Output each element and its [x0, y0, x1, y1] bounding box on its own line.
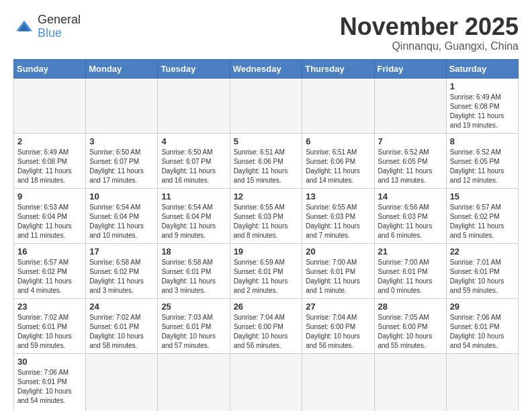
- day-info: Sunrise: 6:50 AM Sunset: 6:07 PM Dayligh…: [161, 148, 226, 185]
- header-tuesday: Tuesday: [158, 59, 230, 78]
- day-cell: 29Sunrise: 7:06 AM Sunset: 6:01 PM Dayli…: [446, 298, 518, 353]
- header-wednesday: Wednesday: [230, 59, 302, 78]
- day-cell: 6Sunrise: 6:51 AM Sunset: 6:06 PM Daylig…: [302, 133, 374, 188]
- day-number: 27: [306, 302, 370, 312]
- day-cell: [230, 78, 302, 133]
- day-cell: 15Sunrise: 6:57 AM Sunset: 6:02 PM Dayli…: [446, 188, 518, 243]
- day-cell: 16Sunrise: 6:57 AM Sunset: 6:02 PM Dayli…: [14, 243, 86, 298]
- day-info: Sunrise: 7:04 AM Sunset: 6:00 PM Dayligh…: [306, 313, 370, 351]
- day-number: 8: [450, 136, 515, 146]
- week-row-1: 1Sunrise: 6:49 AM Sunset: 6:08 PM Daylig…: [14, 78, 519, 133]
- day-number: 15: [450, 191, 515, 201]
- day-info: Sunrise: 7:06 AM Sunset: 6:01 PM Dayligh…: [17, 368, 82, 406]
- day-cell: [14, 78, 86, 133]
- day-info: Sunrise: 7:05 AM Sunset: 6:00 PM Dayligh…: [378, 313, 443, 351]
- day-info: Sunrise: 6:50 AM Sunset: 6:07 PM Dayligh…: [89, 148, 154, 185]
- day-number: 12: [234, 191, 299, 201]
- day-number: 26: [234, 302, 299, 312]
- day-number: 4: [161, 136, 226, 146]
- day-number: 9: [17, 191, 82, 201]
- day-info: Sunrise: 6:55 AM Sunset: 6:03 PM Dayligh…: [234, 203, 299, 240]
- day-cell: 26Sunrise: 7:04 AM Sunset: 6:00 PM Dayli…: [230, 298, 302, 353]
- day-info: Sunrise: 6:58 AM Sunset: 6:01 PM Dayligh…: [161, 258, 226, 295]
- day-cell: 3Sunrise: 6:50 AM Sunset: 6:07 PM Daylig…: [86, 133, 158, 188]
- day-cell: [374, 78, 446, 133]
- day-cell: 13Sunrise: 6:55 AM Sunset: 6:03 PM Dayli…: [302, 188, 374, 243]
- week-row-2: 2Sunrise: 6:49 AM Sunset: 6:08 PM Daylig…: [14, 133, 519, 188]
- calendar-table: SundayMondayTuesdayWednesdayThursdayFrid…: [13, 59, 519, 411]
- day-cell: 24Sunrise: 7:02 AM Sunset: 6:01 PM Dayli…: [86, 298, 158, 353]
- day-info: Sunrise: 7:04 AM Sunset: 6:00 PM Dayligh…: [234, 313, 299, 351]
- day-cell: 18Sunrise: 6:58 AM Sunset: 6:01 PM Dayli…: [158, 243, 230, 298]
- day-number: 3: [89, 136, 154, 146]
- day-info: Sunrise: 6:52 AM Sunset: 6:05 PM Dayligh…: [378, 148, 443, 185]
- day-cell: 25Sunrise: 7:03 AM Sunset: 6:01 PM Dayli…: [158, 298, 230, 353]
- day-number: 10: [89, 191, 154, 201]
- day-number: 11: [161, 191, 226, 201]
- day-number: 28: [378, 302, 443, 312]
- day-info: Sunrise: 7:02 AM Sunset: 6:01 PM Dayligh…: [89, 313, 154, 351]
- day-cell: 1Sunrise: 6:49 AM Sunset: 6:08 PM Daylig…: [446, 78, 518, 133]
- day-cell: 5Sunrise: 6:51 AM Sunset: 6:06 PM Daylig…: [230, 133, 302, 188]
- day-number: 29: [450, 302, 515, 312]
- header-sunday: Sunday: [14, 59, 86, 78]
- day-cell: 8Sunrise: 6:52 AM Sunset: 6:05 PM Daylig…: [446, 133, 518, 188]
- day-info: Sunrise: 6:57 AM Sunset: 6:02 PM Dayligh…: [17, 258, 82, 295]
- day-info: Sunrise: 6:51 AM Sunset: 6:06 PM Dayligh…: [234, 148, 299, 185]
- day-number: 22: [450, 246, 515, 257]
- day-cell: 23Sunrise: 7:02 AM Sunset: 6:01 PM Dayli…: [14, 298, 86, 353]
- day-number: 1: [450, 81, 515, 91]
- day-cell: 14Sunrise: 6:56 AM Sunset: 6:03 PM Dayli…: [374, 188, 446, 243]
- day-number: 2: [17, 136, 82, 146]
- day-cell: 30Sunrise: 7:06 AM Sunset: 6:01 PM Dayli…: [14, 353, 86, 411]
- day-cell: 10Sunrise: 6:54 AM Sunset: 6:04 PM Dayli…: [86, 188, 158, 243]
- day-info: Sunrise: 6:56 AM Sunset: 6:03 PM Dayligh…: [378, 203, 443, 240]
- week-row-6: 30Sunrise: 7:06 AM Sunset: 6:01 PM Dayli…: [14, 353, 519, 411]
- header-monday: Monday: [86, 59, 158, 78]
- header-friday: Friday: [374, 59, 446, 78]
- day-info: Sunrise: 6:54 AM Sunset: 6:04 PM Dayligh…: [89, 203, 154, 240]
- day-cell: 4Sunrise: 6:50 AM Sunset: 6:07 PM Daylig…: [158, 133, 230, 188]
- week-row-3: 9Sunrise: 6:53 AM Sunset: 6:04 PM Daylig…: [14, 188, 519, 243]
- logo-icon: [13, 16, 35, 38]
- day-cell: [158, 353, 230, 411]
- day-number: 13: [306, 191, 370, 201]
- day-number: 23: [17, 302, 82, 312]
- day-cell: [446, 353, 518, 411]
- day-cell: 2Sunrise: 6:49 AM Sunset: 6:08 PM Daylig…: [14, 133, 86, 188]
- day-cell: 17Sunrise: 6:58 AM Sunset: 6:02 PM Dayli…: [86, 243, 158, 298]
- day-info: Sunrise: 6:55 AM Sunset: 6:03 PM Dayligh…: [306, 203, 370, 240]
- day-info: Sunrise: 7:00 AM Sunset: 6:01 PM Dayligh…: [378, 258, 443, 295]
- day-info: Sunrise: 6:51 AM Sunset: 6:06 PM Dayligh…: [306, 148, 370, 185]
- day-number: 21: [378, 246, 443, 257]
- day-cell: 22Sunrise: 7:01 AM Sunset: 6:01 PM Dayli…: [446, 243, 518, 298]
- day-cell: [374, 353, 446, 411]
- week-row-4: 16Sunrise: 6:57 AM Sunset: 6:02 PM Dayli…: [14, 243, 519, 298]
- day-number: 17: [89, 246, 154, 257]
- day-info: Sunrise: 6:52 AM Sunset: 6:05 PM Dayligh…: [450, 148, 515, 185]
- day-number: 20: [306, 246, 370, 257]
- day-cell: 9Sunrise: 6:53 AM Sunset: 6:04 PM Daylig…: [14, 188, 86, 243]
- logo-text: General Blue: [38, 13, 81, 40]
- day-cell: 7Sunrise: 6:52 AM Sunset: 6:05 PM Daylig…: [374, 133, 446, 188]
- day-info: Sunrise: 7:02 AM Sunset: 6:01 PM Dayligh…: [17, 313, 82, 351]
- day-cell: 28Sunrise: 7:05 AM Sunset: 6:00 PM Dayli…: [374, 298, 446, 353]
- day-number: 25: [161, 302, 226, 312]
- day-number: 16: [17, 246, 82, 257]
- title-block: November 2025 Qinnanqu, Guangxi, China: [340, 13, 519, 52]
- day-info: Sunrise: 7:03 AM Sunset: 6:01 PM Dayligh…: [161, 313, 226, 351]
- day-number: 14: [378, 191, 443, 201]
- day-number: 18: [161, 246, 226, 257]
- day-cell: 12Sunrise: 6:55 AM Sunset: 6:03 PM Dayli…: [230, 188, 302, 243]
- header-thursday: Thursday: [302, 59, 374, 78]
- location: Qinnanqu, Guangxi, China: [340, 40, 519, 52]
- day-info: Sunrise: 6:54 AM Sunset: 6:04 PM Dayligh…: [161, 203, 226, 240]
- day-info: Sunrise: 6:49 AM Sunset: 6:08 PM Dayligh…: [17, 148, 82, 185]
- logo: General Blue: [13, 13, 81, 40]
- day-cell: [158, 78, 230, 133]
- day-number: 19: [234, 246, 299, 257]
- day-info: Sunrise: 7:01 AM Sunset: 6:01 PM Dayligh…: [450, 258, 515, 295]
- day-cell: 20Sunrise: 7:00 AM Sunset: 6:01 PM Dayli…: [302, 243, 374, 298]
- day-cell: [230, 353, 302, 411]
- day-info: Sunrise: 7:00 AM Sunset: 6:01 PM Dayligh…: [306, 258, 370, 295]
